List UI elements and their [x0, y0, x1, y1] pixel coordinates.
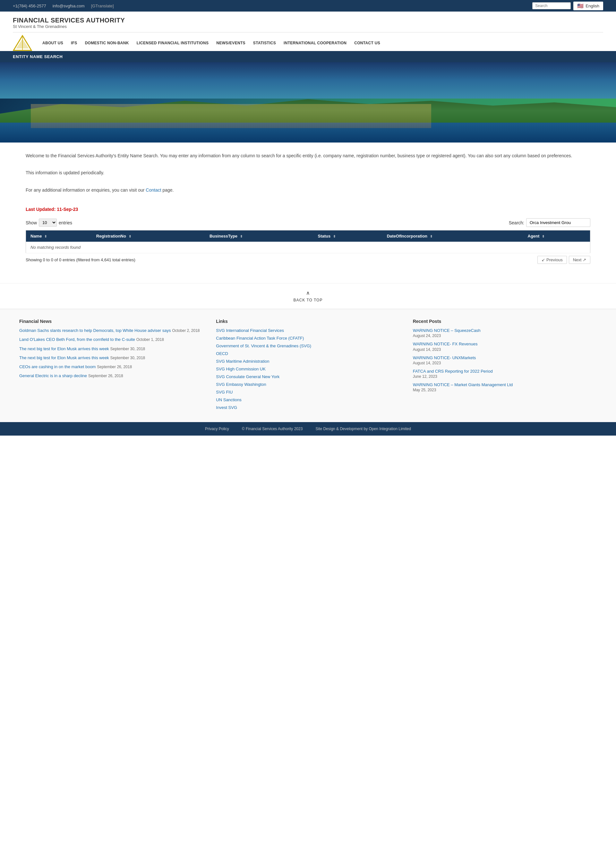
phone-link[interactable]: +1(784) 456-2577 [13, 3, 46, 8]
news-link[interactable]: Goldman Sachs slants research to help De… [19, 328, 171, 333]
site-title: FINANCIAL SERVICES AUTHORITY [13, 17, 603, 24]
previous-button[interactable]: ↙ Previous [537, 256, 566, 264]
language-selector[interactable]: 🇺🇸 English [573, 2, 603, 10]
back-to-top: ∧ BACK TO TOP [0, 283, 616, 309]
footer-link[interactable]: UN Sanctions [216, 397, 241, 402]
footer-link[interactable]: Government of St. Vincent & the Grenadin… [216, 344, 311, 348]
table-controls: Show 10 25 50 100 entries Search: [26, 218, 590, 227]
news-link[interactable]: General Electric is in a sharp decline [19, 373, 87, 378]
footer-link[interactable]: Invest SVG [216, 405, 237, 410]
language-label: English [585, 3, 599, 8]
show-entries: Show 10 25 50 100 entries [26, 219, 72, 227]
intro-paragraph-1: Welcome to the Financial Services Author… [26, 152, 590, 159]
nav-about-us[interactable]: ABOUT US [39, 37, 67, 48]
recent-post-item: WARNING NOTICE- FX Revenues August 14, 2… [413, 341, 597, 351]
footer-link[interactable]: Caribbean Financial Action Task Force (C… [216, 336, 304, 340]
nav-licensed-financial[interactable]: LICENSED FINANCIAL INSTITUTIONS [133, 37, 213, 48]
footer-link[interactable]: SVG FIU [216, 390, 233, 395]
col-status[interactable]: Status ⇕ [313, 230, 382, 242]
links-list: SVG International Financial ServicesCari… [216, 328, 400, 410]
recent-post-link[interactable]: WARNING NOTICE- FX Revenues [413, 342, 478, 347]
table-footer: Showing 0 to 0 of 0 entries (filtered fr… [26, 256, 590, 264]
back-to-top-label: BACK TO TOP [293, 298, 323, 302]
entity-name-search-bar: ENTITY NAME SEARCH [0, 51, 616, 62]
footer-link[interactable]: SVG Consulate General New York [216, 374, 279, 379]
nav-ifs[interactable]: IFS [67, 37, 81, 48]
list-item: Government of St. Vincent & the Grenadin… [216, 343, 400, 348]
hero-sky [0, 62, 616, 98]
last-updated-label: Last Updated: [26, 207, 56, 212]
next-arrow-icon: ↗ [583, 257, 586, 262]
list-item: OECD [216, 351, 400, 356]
top-search-input[interactable] [532, 2, 571, 9]
recent-post-item: WARNING NOTICE – SqueezeCash August 24, … [413, 328, 597, 338]
col-name[interactable]: Name ⇕ [26, 230, 92, 242]
footer-link[interactable]: SVG Embassy Washington [216, 382, 266, 387]
sort-agent-icon: ⇕ [542, 235, 545, 238]
recent-post-link[interactable]: WARNING NOTICE- UNXMarkets [413, 355, 476, 360]
entity-search-label: ENTITY NAME SEARCH [13, 54, 62, 59]
recent-post-item: WARNING NOTICE- UNXMarkets August 14, 20… [413, 355, 597, 365]
entries-label: entries [59, 220, 72, 225]
footer-link[interactable]: OECD [216, 351, 228, 356]
news-date: September 30, 2018 [110, 356, 145, 360]
recent-post-date: June 12, 2023 [413, 374, 597, 379]
flag-icon: 🇺🇸 [577, 3, 583, 9]
privacy-policy-link[interactable]: Privacy Policy [205, 427, 229, 431]
recent-post-link[interactable]: FATCA and CRS Reporting for 2022 Period [413, 369, 493, 374]
contact-link[interactable]: Contact [146, 188, 161, 193]
nav-news-events[interactable]: NEWS/EVENTS [213, 37, 249, 48]
copyright-text: © Financial Services Authority 2023 [242, 427, 303, 431]
back-to-top-link[interactable]: ∧ BACK TO TOP [6, 290, 610, 302]
footer-link[interactable]: SVG Maritime Administration [216, 359, 269, 364]
site-subtitle: St Vincent & The Grenadines [13, 24, 603, 29]
col-date[interactable]: DateOfIncorporation ⇕ [382, 230, 523, 242]
news-link[interactable]: CEOs are cashing in on the market boom [19, 364, 96, 369]
sort-biz-icon: ⇕ [240, 235, 242, 238]
links-col: Links SVG International Financial Servic… [216, 319, 400, 412]
recent-post-date: May 25, 2023 [413, 388, 597, 392]
table-search: Search: [509, 218, 590, 227]
design-credit: Site Design & Development by Open Integr… [315, 427, 411, 431]
table-search-input[interactable] [526, 218, 590, 227]
nav-domestic-non-bank[interactable]: DOMESTIC NON-BANK [81, 37, 133, 48]
nav-contact[interactable]: CONTACT US [350, 37, 384, 48]
gtranslate[interactable]: [GTranslate] [91, 3, 114, 8]
col-registration-no[interactable]: RegistrationNo ⇕ [92, 230, 205, 242]
top-bar: +1(784) 456-2577 info@svgfsa.com [GTrans… [0, 0, 616, 12]
nav-statistics[interactable]: STATISTICS [249, 37, 280, 48]
recent-post-date: August 24, 2023 [413, 334, 597, 338]
news-date: September 26, 2018 [88, 374, 123, 378]
table-header-row: Name ⇕ RegistrationNo ⇕ BusinessType ⇕ S… [26, 230, 590, 242]
header-nav: ABOUT US IFS DOMESTIC NON-BANK LICENSED … [13, 32, 603, 51]
entries-select[interactable]: 10 25 50 100 [39, 219, 57, 227]
site-header: FINANCIAL SERVICES AUTHORITY St Vincent … [0, 12, 616, 51]
col-business-type[interactable]: BusinessType ⇕ [205, 230, 313, 242]
news-link[interactable]: Land O'Lakes CEO Beth Ford, from the cor… [19, 337, 135, 342]
search-label: Search: [509, 220, 524, 225]
footer-link[interactable]: SVG International Financial Services [216, 328, 284, 333]
col-agent[interactable]: Agent ⇕ [523, 230, 590, 242]
news-item: CEOs are cashing in on the market boom S… [19, 364, 203, 370]
next-button[interactable]: Next ↗ [569, 256, 590, 264]
no-records-message: No matching records found [26, 242, 590, 253]
links-heading: Links [216, 319, 400, 324]
recent-post-date: August 14, 2023 [413, 361, 597, 365]
list-item: SVG Maritime Administration [216, 359, 400, 364]
sort-date-icon: ⇕ [430, 235, 433, 238]
footer-link[interactable]: SVG High Commission UK [216, 367, 266, 371]
news-item: Land O'Lakes CEO Beth Ford, from the cor… [19, 337, 203, 342]
nav-international[interactable]: INTERNATIONAL COOPERATION [280, 37, 350, 48]
recent-post-link[interactable]: WARNING NOTICE – SqueezeCash [413, 328, 481, 333]
news-date: October 1, 2018 [137, 337, 164, 342]
back-to-top-arrow-icon: ∧ [6, 290, 610, 296]
financial-news-heading: Financial News [19, 319, 203, 324]
news-date: September 26, 2018 [97, 365, 132, 369]
news-link[interactable]: The next big test for Elon Musk arrives … [19, 355, 109, 360]
prev-arrow-icon: ↙ [542, 257, 545, 262]
news-link[interactable]: The next big test for Elon Musk arrives … [19, 347, 109, 351]
news-date: September 30, 2018 [110, 347, 145, 351]
email-link[interactable]: info@svgfsa.com [53, 3, 85, 8]
showing-text: Showing 0 to 0 of 0 entries (filtered fr… [26, 257, 135, 262]
recent-post-link[interactable]: WARNING NOTICE – Market Giants Managemen… [413, 382, 513, 387]
